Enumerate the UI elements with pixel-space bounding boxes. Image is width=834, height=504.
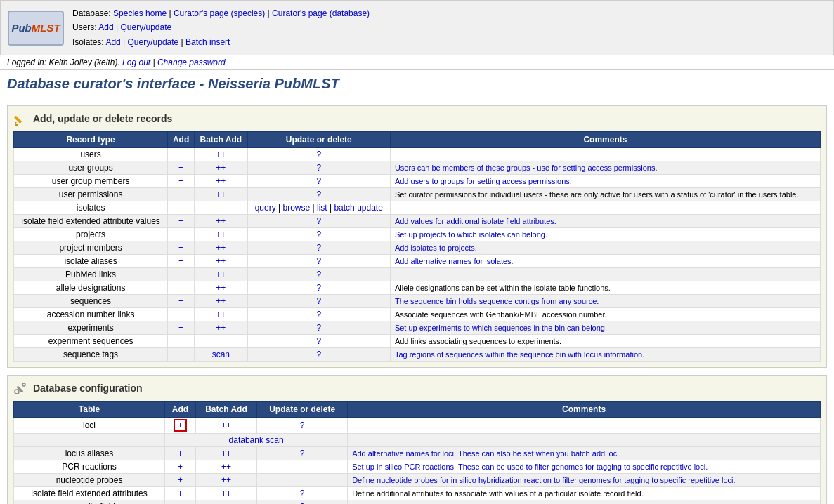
- query-link[interactable]: query: [255, 203, 276, 213]
- add-link[interactable]: +: [178, 310, 183, 319]
- change-password-link[interactable]: Change password: [157, 58, 226, 67]
- svg-point-5: [22, 383, 25, 386]
- curators-page-species-link[interactable]: Curator's page (species): [174, 8, 265, 18]
- add-link[interactable]: +: [178, 323, 183, 333]
- batch-link[interactable]: ++: [216, 283, 226, 293]
- logout-link[interactable]: Log out: [122, 58, 150, 67]
- scan-link[interactable]: scan: [212, 350, 230, 359]
- curators-page-database-link[interactable]: Curator's page (database): [272, 8, 370, 18]
- add-link[interactable]: +: [178, 176, 183, 186]
- species-home-link[interactable]: Species home: [113, 8, 167, 18]
- table-row: projects + ++ ? Set up projects to which…: [14, 228, 821, 241]
- add-link[interactable]: +: [178, 296, 183, 306]
- update-cell: ?: [247, 308, 390, 321]
- table-row: isolate aliases + ++ ? Add alternative n…: [14, 255, 821, 268]
- col-add: Add: [168, 132, 195, 148]
- batch-link[interactable]: ++: [216, 323, 226, 333]
- add-link[interactable]: +: [178, 230, 183, 239]
- batch-link[interactable]: ++: [216, 216, 226, 226]
- batch-link[interactable]: ++: [216, 176, 226, 186]
- question-link[interactable]: ?: [300, 489, 305, 498]
- add-link[interactable]: +: [178, 190, 183, 199]
- batch-link[interactable]: ++: [216, 190, 226, 199]
- add-cell: +: [165, 447, 196, 460]
- batch-update-link[interactable]: batch update: [334, 203, 382, 213]
- add-link[interactable]: +: [178, 475, 183, 485]
- table-row: loci + ++ ?: [14, 418, 821, 434]
- add-link[interactable]: +: [178, 489, 183, 498]
- question-link[interactable]: ?: [316, 150, 321, 159]
- svg-point-3: [15, 390, 19, 394]
- isolates-batch-link[interactable]: Batch insert: [185, 37, 230, 47]
- add-link[interactable]: +: [178, 462, 183, 472]
- databank-scan-link[interactable]: databank scan: [229, 435, 284, 445]
- batch-link[interactable]: ++: [216, 243, 226, 253]
- table-row: user permissions + ++ ? Set curator perm…: [14, 188, 821, 201]
- record-name: locus aliases: [14, 447, 165, 460]
- login-text: Logged in: Keith Jolley (keith).: [7, 58, 120, 67]
- question-link[interactable]: ?: [316, 270, 321, 279]
- question-link[interactable]: ?: [316, 256, 321, 266]
- browse-link[interactable]: browse: [282, 203, 310, 213]
- add-link[interactable]: +: [178, 216, 183, 226]
- add-cell: +: [165, 474, 196, 487]
- question-link[interactable]: ?: [316, 176, 321, 186]
- add-cell: +: [168, 241, 195, 255]
- add-cell: +: [165, 460, 196, 474]
- batch-link[interactable]: ++: [221, 420, 231, 430]
- add-cell: [168, 335, 195, 348]
- users-add-link[interactable]: Add: [98, 22, 113, 32]
- add-cell: +: [168, 295, 195, 308]
- batch-link[interactable]: ++: [216, 163, 226, 173]
- add-link[interactable]: +: [178, 256, 183, 266]
- add-link[interactable]: +: [178, 270, 183, 279]
- record-name: user groups: [14, 161, 168, 175]
- comments-cell: [348, 418, 821, 434]
- batch-link[interactable]: ++: [216, 256, 226, 266]
- batch-link[interactable]: ++: [216, 230, 226, 239]
- table-row: users + ++ ?: [14, 148, 821, 161]
- question-link[interactable]: ?: [316, 336, 321, 346]
- isolates-add-link[interactable]: Add: [105, 37, 120, 47]
- question-link[interactable]: ?: [316, 216, 321, 226]
- add-link[interactable]: +: [178, 150, 183, 159]
- question-link[interactable]: ?: [300, 449, 305, 458]
- record-name: users: [14, 148, 168, 161]
- question-link[interactable]: ?: [316, 243, 321, 253]
- question-link[interactable]: ?: [300, 420, 305, 430]
- add-cell: +: [168, 308, 195, 321]
- batch-link[interactable]: ++: [216, 296, 226, 306]
- question-link[interactable]: ?: [316, 296, 321, 306]
- table-row: databank scan: [14, 434, 821, 447]
- add-link[interactable]: +: [178, 163, 183, 173]
- record-name: sequence tags: [14, 348, 168, 362]
- question-link[interactable]: ?: [316, 350, 321, 359]
- loci-add-link[interactable]: +: [174, 419, 187, 432]
- question-link[interactable]: ?: [316, 283, 321, 293]
- add-link[interactable]: +: [178, 449, 183, 458]
- batch-link[interactable]: ++: [221, 449, 231, 458]
- batch-link[interactable]: ++: [221, 489, 231, 498]
- question-link[interactable]: ?: [316, 163, 321, 173]
- col-add2: Add: [165, 402, 196, 418]
- batch-link[interactable]: ++: [221, 462, 231, 472]
- question-link[interactable]: ?: [316, 310, 321, 319]
- page-title: Database curator's interface - Neisseria…: [0, 70, 834, 98]
- batch-cell: [195, 335, 248, 348]
- users-query-link[interactable]: Query/update: [121, 22, 172, 32]
- databank-scan-cell: databank scan: [165, 434, 348, 447]
- list-link[interactable]: list: [317, 203, 327, 213]
- question-link[interactable]: ?: [316, 323, 321, 333]
- batch-cell: ++: [195, 447, 256, 460]
- add-link[interactable]: +: [178, 243, 183, 253]
- question-link[interactable]: ?: [316, 230, 321, 239]
- record-name: nucleotide probes: [14, 474, 165, 487]
- update-cell: ?: [247, 241, 390, 255]
- isolates-query-link[interactable]: Query/update: [128, 37, 179, 47]
- question-link[interactable]: ?: [316, 190, 321, 199]
- batch-link[interactable]: ++: [221, 475, 231, 485]
- batch-link[interactable]: ++: [216, 150, 226, 159]
- batch-cell: scan: [195, 348, 248, 362]
- batch-link[interactable]: ++: [216, 310, 226, 319]
- batch-link[interactable]: ++: [216, 270, 226, 279]
